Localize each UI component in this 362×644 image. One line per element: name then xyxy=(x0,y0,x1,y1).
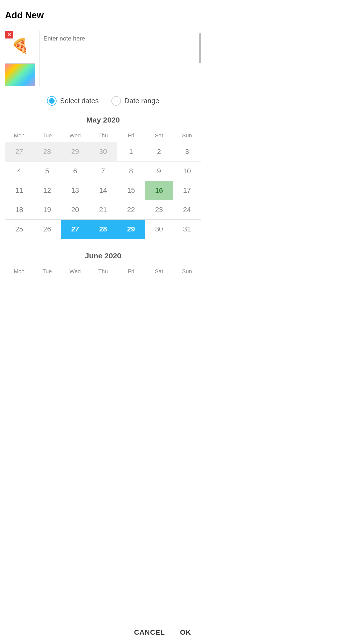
calendar-day-cell[interactable]: 27 xyxy=(61,220,89,239)
weekday-label: Thu xyxy=(89,129,117,142)
calendar-day-cell[interactable]: 24 xyxy=(173,200,201,220)
calendar-day-cell[interactable]: 17 xyxy=(173,181,201,200)
cancel-button[interactable]: CANCEL xyxy=(134,628,165,636)
june-cell[interactable] xyxy=(173,278,201,289)
date-range-option[interactable]: Date range xyxy=(111,96,159,106)
note-input[interactable] xyxy=(39,31,194,86)
weekday-label: Sun xyxy=(173,129,201,142)
calendar-week-row: 18192021222324 xyxy=(5,200,201,220)
calendar-week-row: 27282930123 xyxy=(5,142,201,162)
left-controls: ✕ 🍕 xyxy=(5,31,35,86)
calendar-day-cell[interactable]: 19 xyxy=(33,200,61,220)
calendar-day-cell[interactable]: 28 xyxy=(89,220,117,239)
calendar-day-cell[interactable]: 21 xyxy=(89,200,117,220)
weekday-label: Fri xyxy=(117,129,145,142)
calendar-day-cell[interactable]: 30 xyxy=(145,220,173,239)
select-dates-label: Select dates xyxy=(60,97,99,105)
june-cell[interactable] xyxy=(89,278,117,289)
weekday-label: Sat xyxy=(145,129,173,142)
calendar-day-cell[interactable]: 31 xyxy=(173,220,201,239)
calendar-day-cell[interactable]: 12 xyxy=(33,181,61,200)
calendar-week-row: 25262728293031 xyxy=(5,220,201,239)
june-cell[interactable] xyxy=(117,278,145,289)
june-cell[interactable] xyxy=(33,278,61,289)
calendar-day-cell[interactable]: 30 xyxy=(89,142,117,162)
weekday-label: Thu xyxy=(89,265,117,278)
select-dates-radio[interactable] xyxy=(47,96,57,106)
calendar-day-cell[interactable]: 29 xyxy=(61,142,89,162)
calendar-day-cell[interactable]: 14 xyxy=(89,181,117,200)
calendar-day-cell[interactable]: 28 xyxy=(33,142,61,162)
date-range-label: Date range xyxy=(124,97,159,105)
weekday-label: Sun xyxy=(173,265,201,278)
calendar-day-cell[interactable]: 8 xyxy=(117,162,145,181)
weekday-label: Tue xyxy=(33,129,61,142)
calendar-day-cell[interactable]: 15 xyxy=(117,181,145,200)
weekday-label: Mon xyxy=(5,129,33,142)
calendar-week-row: 45678910 xyxy=(5,162,201,181)
calendar-day-cell[interactable]: 22 xyxy=(117,200,145,220)
june-cell[interactable] xyxy=(145,278,173,289)
june-cell[interactable] xyxy=(5,278,33,289)
ok-button[interactable]: OK xyxy=(180,628,191,636)
bottom-buttons: CANCEL OK xyxy=(0,621,206,644)
may-calendar: May 2020 MonTueWedThuFriSatSun 272829301… xyxy=(5,116,201,239)
calendar-day-cell[interactable]: 13 xyxy=(61,181,89,200)
weekday-header-june: MonTueWedThuFriSatSun xyxy=(5,265,201,278)
june-cell[interactable] xyxy=(61,278,89,289)
june-calendar-grid: MonTueWedThuFriSatSun xyxy=(5,265,201,289)
weekday-label: Wed xyxy=(61,265,89,278)
top-section: ✕ 🍕 xyxy=(5,31,201,86)
calendar-day-cell[interactable]: 23 xyxy=(145,200,173,220)
calendar-day-cell[interactable]: 3 xyxy=(173,142,201,162)
remove-image-button[interactable]: ✕ xyxy=(5,31,13,38)
calendar-day-cell[interactable]: 1 xyxy=(117,142,145,162)
calendar-day-cell[interactable]: 5 xyxy=(33,162,61,181)
weekday-label: Mon xyxy=(5,265,33,278)
may-calendar-grid: MonTueWedThuFriSatSun 272829301234567891… xyxy=(5,129,201,239)
calendar-day-cell[interactable]: 7 xyxy=(89,162,117,181)
weekday-label: Tue xyxy=(33,265,61,278)
page-container: Add New ✕ 🍕 Select dates Date range May … xyxy=(0,0,206,345)
calendar-day-cell[interactable]: 27 xyxy=(5,142,33,162)
scrollbar-thumb xyxy=(199,33,201,63)
calendar-day-cell[interactable]: 11 xyxy=(5,181,33,200)
calendar-day-cell[interactable]: 16 xyxy=(145,181,173,200)
calendar-day-cell[interactable]: 4 xyxy=(5,162,33,181)
calendar-day-cell[interactable]: 29 xyxy=(117,220,145,239)
calendar-day-cell[interactable]: 9 xyxy=(145,162,173,181)
weekday-label: Fri xyxy=(117,265,145,278)
june-first-row xyxy=(5,278,201,289)
color-swatch[interactable] xyxy=(5,63,35,86)
calendar-day-cell[interactable]: 18 xyxy=(5,200,33,220)
page-title: Add New xyxy=(5,10,201,21)
select-dates-option[interactable]: Select dates xyxy=(47,96,99,106)
june-month-title: June 2020 xyxy=(5,252,201,260)
image-thumbnail[interactable]: ✕ 🍕 xyxy=(5,31,35,61)
june-calendar: June 2020 MonTueWedThuFriSatSun xyxy=(5,252,201,289)
radio-section: Select dates Date range xyxy=(5,96,201,106)
calendar-day-cell[interactable]: 10 xyxy=(173,162,201,181)
weekday-label: Wed xyxy=(61,129,89,142)
calendar-day-cell[interactable]: 2 xyxy=(145,142,173,162)
radio-inner-dot xyxy=(49,98,55,104)
calendar-day-cell[interactable]: 6 xyxy=(61,162,89,181)
calendar-day-cell[interactable]: 20 xyxy=(61,200,89,220)
weekday-label: Sat xyxy=(145,265,173,278)
date-range-radio[interactable] xyxy=(111,96,121,106)
calendar-day-cell[interactable]: 25 xyxy=(5,220,33,239)
weekday-header-may: MonTueWedThuFriSatSun xyxy=(5,129,201,142)
calendar-day-cell[interactable]: 26 xyxy=(33,220,61,239)
calendar-week-row: 11121314151617 xyxy=(5,181,201,200)
may-month-title: May 2020 xyxy=(5,116,201,124)
